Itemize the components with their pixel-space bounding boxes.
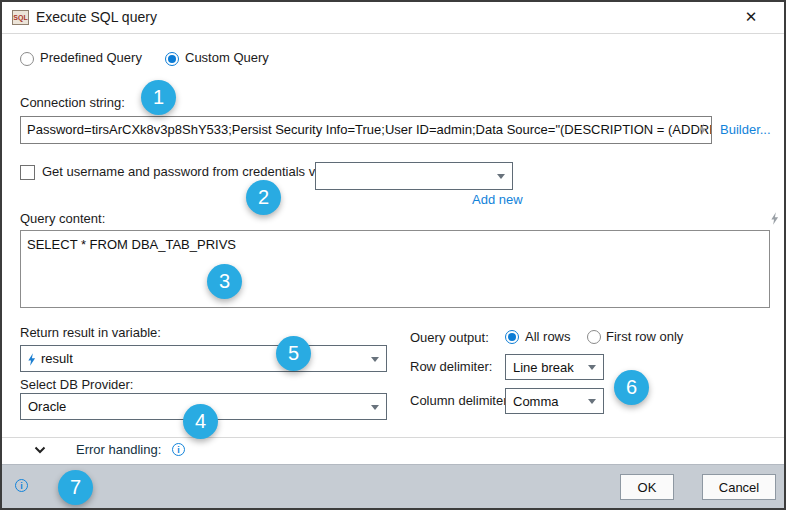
radio-all-rows[interactable] — [505, 330, 519, 344]
variable-bolt-icon — [698, 123, 707, 136]
radio-all-rows-label[interactable]: All rows — [525, 329, 571, 344]
annotation-circle-7: 7 — [58, 470, 93, 505]
chevron-down-icon — [588, 399, 596, 404]
credentials-vault-checkbox[interactable] — [20, 165, 35, 180]
credentials-vault-value — [316, 163, 512, 168]
chevron-down-icon — [371, 357, 379, 362]
credentials-vault-dropdown[interactable] — [315, 162, 513, 190]
error-handling-label[interactable]: Error handling: — [76, 442, 161, 457]
connection-string-label: Connection string: — [20, 95, 125, 110]
annotation-circle-1: 1 — [141, 80, 176, 115]
variable-bolt-icon — [770, 212, 779, 225]
dialog-title: Execute SQL query — [36, 9, 157, 25]
column-delimiter-dropdown[interactable]: Comma — [505, 388, 604, 414]
radio-predefined-query[interactable] — [20, 52, 34, 66]
annotation-circle-2: 2 — [246, 180, 281, 215]
row-delimiter-dropdown[interactable]: Line break — [505, 354, 604, 380]
close-icon[interactable]: ✕ — [742, 8, 760, 26]
query-content-textarea[interactable]: SELECT * FROM DBA_TAB_PRIVS — [20, 230, 770, 308]
query-output-label: Ouery output: — [410, 330, 489, 345]
credentials-vault-label[interactable]: Get username and password from credentia… — [42, 164, 340, 179]
annotation-circle-3: 3 — [207, 264, 242, 299]
cancel-button[interactable]: Cancel — [702, 474, 776, 500]
result-variable-dropdown[interactable]: result — [20, 345, 387, 372]
chevron-down-icon — [588, 365, 596, 370]
add-new-link[interactable]: Add new — [472, 192, 523, 207]
execute-sql-query-dialog: SQL Execute SQL query ✕ Predefined Query… — [0, 0, 786, 510]
title-bar: SQL Execute SQL query ✕ — [2, 2, 784, 34]
sql-icon: SQL — [12, 10, 29, 25]
radio-first-row-only-label[interactable]: First row only — [606, 329, 683, 344]
variable-bolt-icon — [27, 353, 36, 366]
info-icon[interactable]: i — [172, 443, 185, 456]
db-provider-label: Select DB Provider: — [20, 377, 133, 392]
radio-predefined-query-label[interactable]: Predefined Query — [40, 50, 142, 65]
column-delimiter-label: Column delimiter: — [410, 393, 511, 408]
annotation-circle-5: 5 — [276, 336, 311, 371]
row-delimiter-label: Row delimiter: — [410, 359, 492, 374]
info-icon[interactable]: i — [15, 479, 28, 492]
radio-custom-query[interactable] — [165, 52, 179, 66]
annotation-circle-4: 4 — [183, 404, 218, 439]
connection-string-input[interactable]: Password=tirsArCXk8v3p8ShY533;Persist Se… — [20, 116, 712, 144]
annotation-circle-6: 6 — [614, 370, 649, 405]
divider — [2, 437, 784, 438]
ok-button[interactable]: OK — [620, 474, 674, 500]
chevron-down-icon — [497, 174, 505, 179]
return-result-label: Return result in variable: — [20, 325, 161, 340]
chevron-down-icon[interactable] — [34, 446, 46, 454]
radio-first-row-only[interactable] — [587, 330, 601, 344]
chevron-down-icon — [371, 405, 379, 410]
result-variable-value: result — [21, 346, 386, 366]
builder-link[interactable]: Builder... — [720, 122, 771, 137]
query-content-label: Query content: — [20, 211, 105, 226]
radio-custom-query-label[interactable]: Custom Query — [185, 50, 269, 65]
